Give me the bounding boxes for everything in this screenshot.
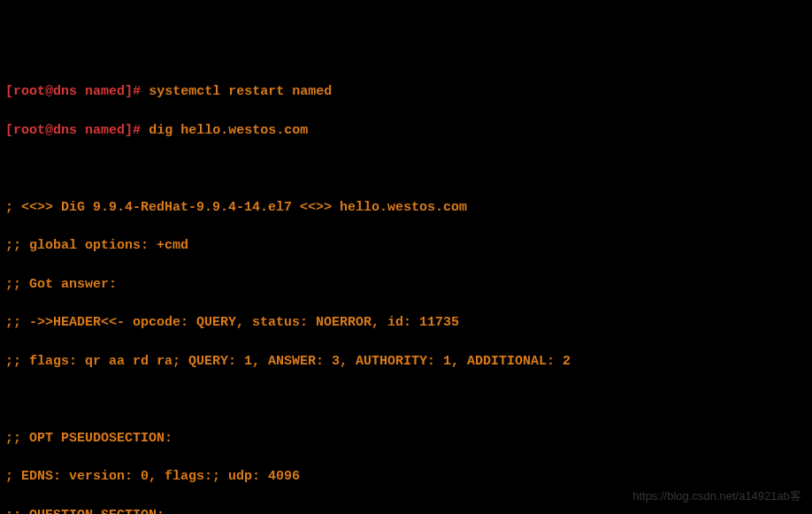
prompt-line-2: [root@dns named]# dig hello.westos.com [5, 121, 807, 141]
blank-line [5, 159, 807, 179]
prompt-close: ] [125, 123, 133, 138]
dig-header: ;; ->>HEADER<<- opcode: QUERY, status: N… [5, 313, 807, 333]
dig-edns: ; EDNS: version: 0, flags:; udp: 4096 [5, 467, 807, 487]
watermark-text: https://blog.csdn.net/a14921ab客 [632, 488, 801, 505]
prompt-hash: # [133, 84, 149, 99]
dig-got-answer: ;; Got answer: [5, 275, 807, 295]
dig-question-header: ;; QUESTION SECTION: [5, 506, 807, 515]
prompt-at: @ [45, 84, 53, 99]
prompt-dir: named [85, 123, 125, 138]
prompt-hash: # [133, 123, 149, 138]
prompt-open: [ [5, 123, 13, 138]
prompt-at: @ [45, 123, 53, 138]
prompt-dir: named [85, 84, 125, 99]
prompt-space [77, 84, 85, 99]
prompt-host: dns [53, 123, 77, 138]
prompt-close: ] [125, 84, 133, 99]
prompt-space [77, 123, 85, 138]
command-systemctl[interactable]: systemctl restart named [149, 84, 332, 99]
prompt-line-1: [root@dns named]# systemctl restart name… [5, 82, 807, 102]
dig-version: ; <<>> DiG 9.9.4-RedHat-9.9.4-14.el7 <<>… [5, 198, 807, 218]
prompt-open: [ [5, 84, 13, 99]
prompt-host: dns [53, 84, 77, 99]
dig-opt-pseudo: ;; OPT PSEUDOSECTION: [5, 429, 807, 449]
dig-flags: ;; flags: qr aa rd ra; QUERY: 1, ANSWER:… [5, 352, 807, 372]
prompt-user: root [13, 84, 45, 99]
dig-global-options: ;; global options: +cmd [5, 236, 807, 256]
command-dig[interactable]: dig hello.westos.com [149, 123, 308, 138]
blank-line [5, 390, 807, 410]
prompt-user: root [13, 123, 45, 138]
